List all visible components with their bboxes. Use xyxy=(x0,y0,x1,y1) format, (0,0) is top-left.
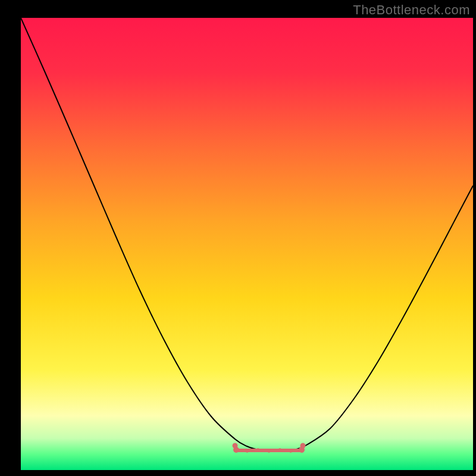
watermark-text: TheBottleneck.com xyxy=(353,2,470,18)
plot-area xyxy=(21,18,473,470)
bottom-marker-dot xyxy=(289,449,293,453)
bottom-marker-dot xyxy=(246,449,249,453)
bottom-marker-dot xyxy=(256,448,260,452)
svg-point-1 xyxy=(233,443,238,449)
chart-frame: TheBottleneck.com xyxy=(0,0,476,476)
svg-point-2 xyxy=(300,443,306,449)
bottom-marker-dot xyxy=(278,448,282,452)
bottleneck-curve xyxy=(21,18,473,470)
bottom-marker-dot xyxy=(267,449,271,453)
